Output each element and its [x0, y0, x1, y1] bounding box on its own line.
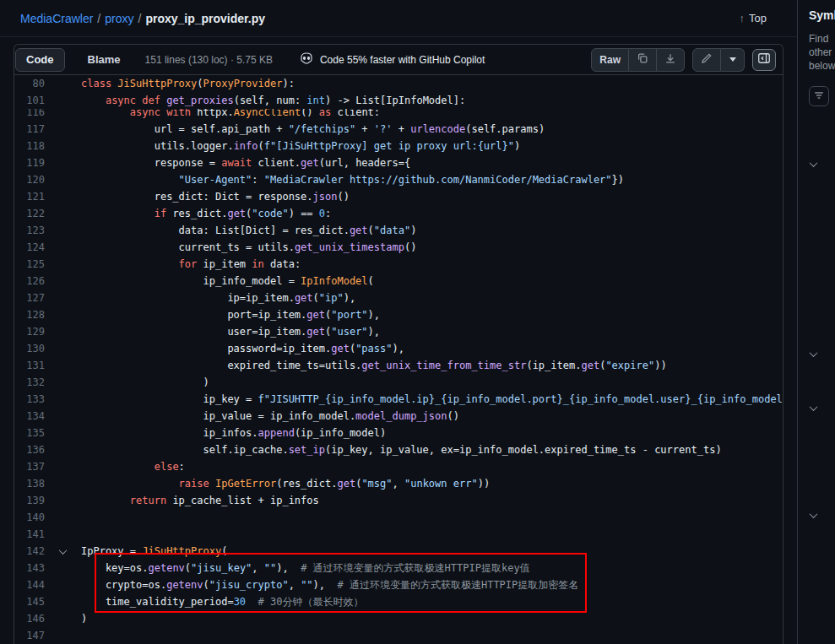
code-line-138: 138 raise IpGetError(res_dict.get("msg",… [14, 475, 783, 492]
filter-button[interactable] [809, 86, 829, 106]
line-number[interactable]: 130 [14, 340, 45, 357]
breadcrumb-folder-link[interactable]: proxy [105, 12, 133, 25]
main-content: Code Blame 151 lines (130 loc) · 5.75 KB… [0, 37, 797, 644]
line-number[interactable]: 133 [14, 391, 45, 408]
code-text: ip_infos.append(ip_info_model) [81, 425, 386, 441]
line-number[interactable]: 119 [14, 154, 45, 171]
line-number[interactable]: 144 [14, 576, 45, 593]
chevron-down-icon[interactable] [811, 506, 816, 522]
line-number[interactable]: 126 [14, 273, 45, 290]
code-line-122: 122 if res_dict.get("code") == 0: [14, 205, 783, 222]
fold-gutter [45, 188, 81, 205]
fold-gutter [45, 408, 81, 425]
line-number[interactable]: 123 [14, 222, 45, 239]
line-number[interactable]: 135 [14, 425, 45, 441]
line-number[interactable]: 124 [14, 239, 45, 256]
line-number[interactable]: 139 [14, 492, 45, 509]
code-line-144: 144 crypto=os.getenv("jisu_crypto", ""),… [14, 576, 783, 593]
code-line-146: 146) [14, 610, 783, 627]
code-text: expired_time_ts=utils.get_unix_time_from… [81, 357, 667, 374]
code-line-143: 143 key=os.getenv("jisu_key", ""), # 通过环… [14, 560, 783, 576]
code-line-123: 123 data: List[Dict] = res_dict.get("dat… [14, 222, 783, 239]
code-blame-switch: Code Blame [15, 48, 132, 72]
code-text: response = await client.get(url, headers… [81, 154, 410, 171]
code-line-120: 120 "User-Agent": "MediaCrawler https://… [14, 171, 783, 188]
fold-gutter [45, 610, 81, 627]
fold-gutter [45, 323, 81, 340]
line-number[interactable]: 143 [14, 560, 45, 576]
line-number[interactable]: 127 [14, 290, 45, 306]
code-text: if res_dict.get("code") == 0: [81, 205, 331, 222]
fold-gutter [45, 475, 81, 492]
fold-gutter [45, 239, 81, 256]
fold-gutter [45, 306, 81, 323]
line-number[interactable]: 140 [14, 509, 45, 526]
code-text: raise IpGetError(res_dict.get("msg", "un… [81, 475, 490, 492]
line-number[interactable]: 118 [14, 138, 45, 154]
line-number[interactable]: 80 [14, 75, 45, 92]
line-number[interactable]: 141 [14, 526, 45, 543]
breadcrumb-repo-link[interactable]: MediaCrawler [20, 12, 93, 25]
edit-button[interactable] [692, 48, 721, 72]
back-to-top-button[interactable]: ↑ Top [740, 12, 767, 24]
raw-button-group: Raw [591, 48, 685, 72]
fold-gutter [45, 138, 81, 154]
line-number[interactable]: 132 [14, 374, 45, 391]
code-text: self.ip_cache.set_ip(ip_key, ip_value, e… [81, 441, 722, 458]
sticky-context: 80class JiSuHttpProxy(ProxyProvider):101… [14, 75, 783, 109]
line-number[interactable]: 128 [14, 306, 45, 323]
line-number[interactable]: 137 [14, 458, 45, 475]
code-line-136: 136 self.ip_cache.set_ip(ip_key, ip_valu… [14, 441, 783, 458]
chevron-down-icon[interactable] [811, 345, 816, 360]
fold-gutter [45, 425, 81, 441]
chevron-down-icon[interactable] [811, 399, 816, 414]
fold-gutter [45, 576, 81, 593]
fold-gutter [45, 171, 81, 188]
code-line-140: 140 [14, 509, 783, 526]
code-text: class JiSuHttpProxy(ProxyProvider): [81, 75, 295, 92]
fold-gutter [45, 154, 81, 171]
code-line-145: 145 time_validity_period=30 # 30分钟（最长时效） [14, 593, 783, 610]
line-number[interactable]: 122 [14, 205, 45, 222]
code-text: IpProxy = JiSuHttpProxy( [81, 543, 227, 560]
sidebar-panel-icon [757, 51, 771, 68]
raw-button[interactable]: Raw [591, 48, 629, 72]
line-number[interactable]: 146 [14, 610, 45, 627]
line-number[interactable]: 121 [14, 188, 45, 205]
line-number[interactable]: 147 [14, 627, 45, 644]
code-line-126: 126 ip_info_model = IpInfoModel( [14, 273, 783, 290]
fold-chevron-icon[interactable] [45, 543, 81, 560]
chevron-down-icon[interactable] [811, 155, 816, 170]
fold-gutter [45, 627, 81, 644]
code-text: url = self.api_path + "/fetchips" + '?' … [81, 121, 545, 138]
line-number[interactable]: 136 [14, 441, 45, 458]
code-line-117: 117 url = self.api_path + "/fetchips" + … [14, 121, 783, 138]
code-line-135: 135 ip_infos.append(ip_info_model) [14, 425, 783, 441]
tab-blame[interactable]: Blame [77, 48, 132, 72]
tab-code[interactable]: Code [15, 48, 65, 72]
code-line-137: 137 else: [14, 458, 783, 475]
fold-gutter [45, 560, 81, 576]
line-number[interactable]: 142 [14, 543, 45, 560]
code-line-128: 128 port=ip_item.get("port"), [14, 306, 783, 323]
line-number[interactable]: 117 [14, 121, 45, 138]
code-line-80: 80class JiSuHttpProxy(ProxyProvider): [14, 75, 783, 92]
line-number[interactable]: 138 [14, 475, 45, 492]
code-text: for ip_item in data: [81, 256, 301, 273]
copy-raw-button[interactable] [629, 48, 657, 72]
download-button[interactable] [657, 48, 685, 72]
symbols-panel-toggle-button[interactable] [752, 49, 776, 71]
code-area: 116 async with httpx.AsyncClient() as cl… [14, 75, 783, 644]
copy-icon [637, 52, 648, 67]
line-number[interactable]: 145 [14, 593, 45, 610]
edit-dropdown-button[interactable] [721, 48, 745, 72]
line-number[interactable]: 101 [14, 92, 45, 109]
code-lines: 116 async with httpx.AsyncClient() as cl… [14, 75, 783, 644]
line-number[interactable]: 120 [14, 171, 45, 188]
line-number[interactable]: 131 [14, 357, 45, 374]
code-line-147: 147 [14, 627, 783, 644]
line-number[interactable]: 134 [14, 408, 45, 425]
line-number[interactable]: 125 [14, 256, 45, 273]
line-number[interactable]: 129 [14, 323, 45, 340]
code-line-125: 125 for ip_item in data: [14, 256, 783, 273]
